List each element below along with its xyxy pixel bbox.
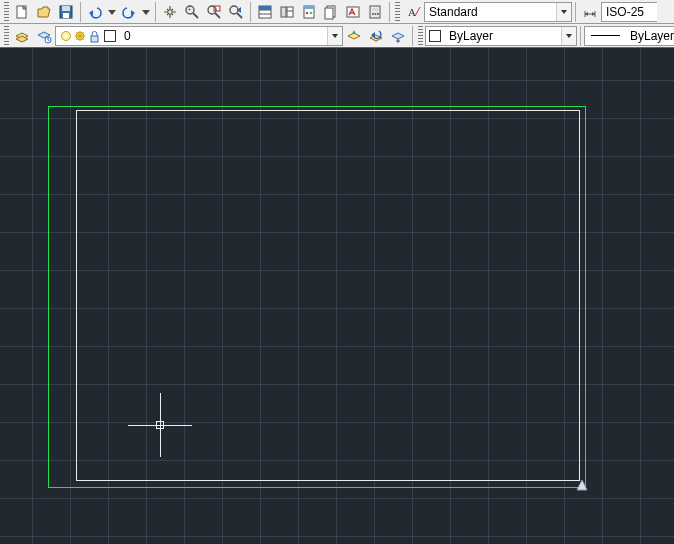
svg-rect-23 bbox=[287, 7, 293, 17]
svg-rect-32 bbox=[370, 6, 380, 18]
layer-name-value: 0 bbox=[120, 29, 135, 43]
separator bbox=[412, 26, 413, 46]
svg-text:+: + bbox=[187, 6, 191, 13]
undo-button[interactable] bbox=[84, 1, 106, 23]
svg-line-16 bbox=[237, 13, 242, 18]
sheet-set-button[interactable] bbox=[320, 1, 342, 23]
svg-point-28 bbox=[310, 11, 313, 14]
redo-dropdown[interactable] bbox=[140, 1, 152, 23]
layer-states-button[interactable] bbox=[33, 25, 55, 47]
layer-lock-icon bbox=[87, 29, 101, 43]
toolbar-grip[interactable] bbox=[418, 26, 423, 46]
svg-rect-22 bbox=[281, 7, 286, 17]
layer-combo[interactable]: 0 bbox=[55, 26, 343, 46]
linetype-sample bbox=[591, 35, 620, 36]
svg-point-27 bbox=[306, 11, 309, 14]
svg-rect-2 bbox=[62, 6, 70, 11]
zoom-realtime-button[interactable]: + bbox=[181, 1, 203, 23]
color-value: ByLayer bbox=[445, 29, 497, 43]
layer-freeze-icon bbox=[73, 29, 87, 43]
make-current-button[interactable] bbox=[343, 25, 365, 47]
dim-style-value: ISO-25 bbox=[602, 5, 648, 19]
layer-previous-button[interactable] bbox=[365, 25, 387, 47]
chevron-down-icon[interactable] bbox=[327, 27, 342, 45]
separator bbox=[389, 2, 390, 22]
svg-line-10 bbox=[193, 13, 198, 18]
text-style-button[interactable]: A bbox=[402, 1, 424, 23]
toolbar-grip[interactable] bbox=[4, 26, 9, 46]
svg-marker-5 bbox=[108, 10, 116, 15]
separator bbox=[580, 26, 581, 46]
color-combo[interactable]: ByLayer bbox=[425, 26, 577, 46]
svg-point-34 bbox=[372, 13, 374, 15]
svg-point-46 bbox=[65, 34, 68, 37]
svg-line-13 bbox=[215, 13, 220, 18]
match-layer-button[interactable] bbox=[387, 25, 409, 47]
markup-button[interactable] bbox=[342, 1, 364, 23]
text-style-value: Standard bbox=[425, 5, 482, 19]
design-center-button[interactable] bbox=[276, 1, 298, 23]
chevron-down-icon[interactable] bbox=[561, 27, 576, 45]
svg-marker-51 bbox=[577, 480, 587, 490]
ucs-icon bbox=[576, 479, 588, 491]
svg-point-15 bbox=[230, 6, 238, 14]
model-space-canvas[interactable] bbox=[0, 48, 674, 544]
svg-text:A: A bbox=[408, 6, 416, 18]
dim-style-combo[interactable]: ISO-25 bbox=[601, 2, 657, 22]
redo-button[interactable] bbox=[118, 1, 140, 23]
new-file-button[interactable] bbox=[11, 1, 33, 23]
toolbar-layers: 0 ByLayer ByLayer bbox=[0, 24, 674, 48]
linetype-value: ByLayer bbox=[626, 29, 674, 43]
svg-rect-21 bbox=[259, 6, 271, 10]
separator bbox=[250, 2, 251, 22]
layer-properties-button[interactable] bbox=[11, 25, 33, 47]
svg-rect-30 bbox=[325, 8, 333, 19]
toolbar-standard: + A Standard ISO-25 bbox=[0, 0, 674, 24]
svg-rect-26 bbox=[304, 6, 314, 9]
svg-rect-33 bbox=[372, 8, 378, 11]
text-style-combo[interactable]: Standard bbox=[424, 2, 572, 22]
svg-marker-7 bbox=[142, 10, 150, 15]
toolbar-grip[interactable] bbox=[4, 2, 9, 22]
svg-point-35 bbox=[375, 13, 377, 15]
open-file-button[interactable] bbox=[33, 1, 55, 23]
save-button[interactable] bbox=[55, 1, 77, 23]
chevron-down-icon[interactable] bbox=[556, 3, 571, 21]
layer-on-icon bbox=[59, 29, 73, 43]
svg-point-12 bbox=[208, 6, 216, 14]
layer-color-swatch bbox=[104, 30, 116, 42]
zoom-window-button[interactable] bbox=[203, 1, 225, 23]
separator bbox=[575, 2, 576, 22]
zoom-previous-button[interactable] bbox=[225, 1, 247, 23]
svg-point-36 bbox=[377, 13, 379, 15]
svg-rect-48 bbox=[91, 36, 98, 42]
color-swatch bbox=[429, 30, 441, 42]
undo-dropdown[interactable] bbox=[106, 1, 118, 23]
linetype-combo[interactable]: ByLayer bbox=[584, 26, 674, 46]
toolbar-grip[interactable] bbox=[395, 2, 400, 22]
separator bbox=[80, 2, 81, 22]
properties-button[interactable] bbox=[254, 1, 276, 23]
dim-style-button[interactable] bbox=[579, 1, 601, 23]
svg-marker-49 bbox=[352, 30, 356, 34]
svg-point-8 bbox=[168, 9, 172, 13]
separator bbox=[155, 2, 156, 22]
rectangle-object[interactable] bbox=[76, 110, 580, 481]
calculator-button[interactable] bbox=[364, 1, 386, 23]
svg-rect-3 bbox=[63, 13, 69, 18]
pan-button[interactable] bbox=[159, 1, 181, 23]
tool-palette-button[interactable] bbox=[298, 1, 320, 23]
